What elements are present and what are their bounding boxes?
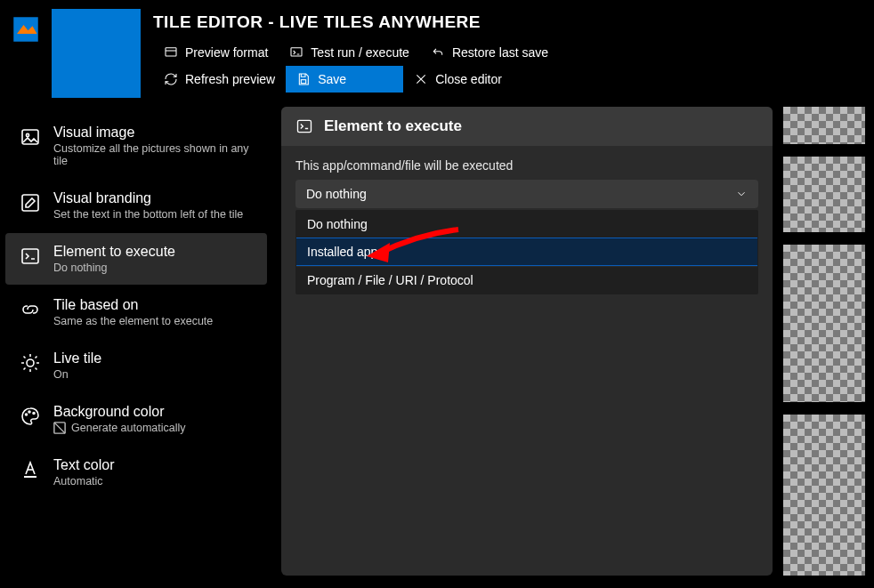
- tile-preview-medium: [783, 157, 865, 232]
- svg-rect-3: [301, 80, 305, 84]
- save-icon: [296, 72, 311, 86]
- terminal-icon: [295, 117, 313, 135]
- dropdown-option-do-nothing[interactable]: Do nothing: [296, 211, 757, 238]
- svg-rect-7: [22, 249, 38, 263]
- refresh-icon: [164, 72, 178, 86]
- sidebar-item-label: Visual branding: [53, 190, 243, 206]
- dropdown-button[interactable]: Do nothing: [295, 180, 758, 208]
- text-color-icon: [20, 459, 41, 480]
- tile-size-previews: [783, 107, 865, 576]
- svg-rect-1: [166, 48, 176, 56]
- terminal-icon: [289, 45, 303, 60]
- tile-preview-large: [783, 415, 865, 576]
- svg-rect-2: [291, 48, 302, 56]
- sidebar-item-label: Live tile: [53, 350, 101, 366]
- sidebar-item-label: Text color: [53, 457, 114, 473]
- save-button[interactable]: Save: [286, 66, 403, 93]
- sun-icon: [20, 352, 41, 374]
- execute-dropdown[interactable]: Do nothing Do nothing Installed app Prog…: [295, 180, 758, 294]
- palette-icon: [20, 406, 41, 427]
- close-icon: [414, 72, 428, 86]
- window-title: TILE EDITOR - LIVE TILES ANYWHERE: [153, 12, 862, 32]
- svg-point-10: [28, 411, 30, 413]
- svg-point-5: [26, 133, 28, 136]
- link-icon: [20, 299, 41, 320]
- svg-point-11: [33, 413, 35, 415]
- svg-point-9: [26, 414, 28, 415]
- field-label: This app/command/file will be executed: [295, 158, 758, 173]
- sidebar-item-tile-based-on[interactable]: Tile based on Same as the element to exe…: [5, 286, 267, 338]
- preview-format-button[interactable]: Preview format: [153, 39, 279, 66]
- dropdown-list: Do nothing Installed app Program / File …: [295, 210, 758, 294]
- svg-rect-6: [22, 195, 38, 211]
- sidebar-item-visual-image[interactable]: Visual image Customize all the pictures …: [5, 114, 267, 178]
- sidebar-item-label: Tile based on: [53, 297, 213, 313]
- refresh-preview-button[interactable]: Refresh preview: [153, 66, 286, 93]
- edit-icon: [20, 192, 41, 213]
- tile-preview-wide: [783, 245, 865, 402]
- close-editor-button[interactable]: Close editor: [403, 66, 513, 93]
- sidebar-item-text-color[interactable]: Text color Automatic: [5, 447, 267, 498]
- chevron-down-icon: [735, 188, 748, 200]
- app-logo-icon: [12, 16, 39, 43]
- tile-preview-small: [783, 107, 865, 144]
- preview-icon: [164, 45, 178, 60]
- auto-color-swatch-icon: [53, 422, 66, 434]
- dropdown-option-program-file[interactable]: Program / File / URI / Protocol: [296, 266, 757, 294]
- restore-button[interactable]: Restore last save: [420, 39, 559, 66]
- dropdown-option-installed-app[interactable]: Installed app: [296, 238, 757, 266]
- sidebar-item-visual-branding[interactable]: Visual branding Set the text in the bott…: [5, 180, 267, 231]
- sidebar-item-element-to-execute[interactable]: Element to execute Do nothing: [5, 233, 267, 285]
- sidebar-item-label: Background color: [53, 404, 186, 420]
- sidebar-item-label: Element to execute: [53, 244, 175, 260]
- undo-icon: [431, 45, 445, 60]
- sidebar: Visual image Customize all the pictures …: [0, 107, 272, 588]
- svg-rect-4: [22, 130, 38, 144]
- terminal-icon: [20, 246, 41, 267]
- test-run-button[interactable]: Test run / execute: [279, 39, 420, 66]
- sidebar-item-background-color[interactable]: Background color Generate automatically: [5, 393, 267, 445]
- tile-preview: [52, 9, 141, 98]
- sidebar-item-live-tile[interactable]: Live tile On: [5, 340, 267, 391]
- svg-point-8: [27, 359, 34, 366]
- panel-header: Element to execute: [281, 107, 773, 146]
- image-icon: [20, 126, 41, 148]
- panel-element-to-execute: Element to execute This app/command/file…: [281, 107, 773, 576]
- sidebar-item-label: Visual image: [53, 125, 253, 141]
- svg-rect-13: [24, 476, 36, 478]
- svg-rect-14: [298, 120, 312, 132]
